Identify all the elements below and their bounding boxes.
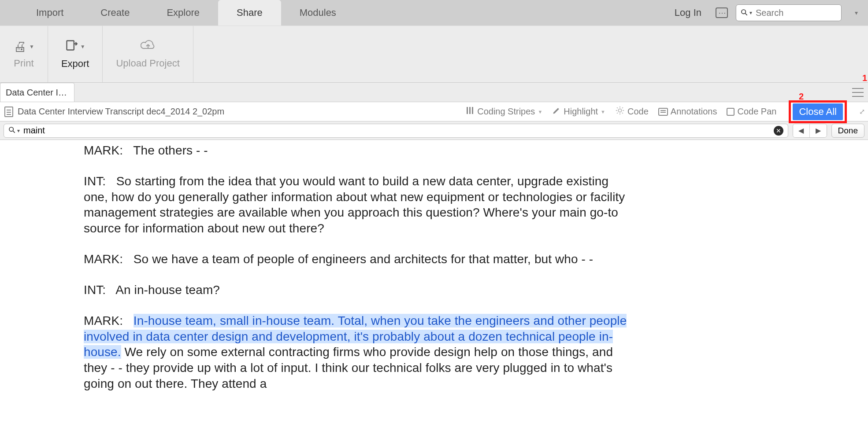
transcript-text: The others - -: [133, 143, 208, 157]
find-bar: ▾ ✕ ◀ ▶ Done: [0, 121, 868, 140]
code-button[interactable]: Code: [615, 106, 649, 118]
search-options-chevron-icon[interactable]: ▾: [749, 10, 752, 16]
dropdown-chevron-icon: ▼: [538, 109, 542, 114]
dropdown-chevron-icon: ▼: [29, 44, 34, 50]
find-next-button[interactable]: ▶: [810, 124, 827, 137]
find-input[interactable]: [23, 125, 774, 136]
svg-rect-4: [469, 107, 471, 114]
document-toolbar: Data Center Interview Transcript dec4_20…: [0, 102, 868, 121]
coding-stripes-icon: [466, 106, 475, 117]
highlight-label: Highlight: [564, 107, 598, 117]
tab-modules[interactable]: Modules: [281, 0, 355, 26]
coding-stripes-label: Coding Stripes: [477, 107, 535, 117]
transcript-line: MARK: The others - -: [84, 143, 630, 158]
printer-icon: 🖨: [13, 39, 26, 54]
code-panel-label: Code Pan: [737, 107, 776, 117]
tab-explore[interactable]: Explore: [148, 0, 218, 26]
speaker-label: INT:: [84, 174, 116, 188]
document-icon: [4, 107, 13, 117]
upload-label: Upload Project: [116, 58, 179, 69]
transcript-text: We rely on some external contracting fir…: [84, 345, 613, 390]
panel-menu-icon[interactable]: [852, 88, 864, 97]
find-input-wrapper[interactable]: ▾ ✕: [4, 124, 788, 138]
comments-icon[interactable]: [716, 7, 728, 18]
document-tab[interactable]: Data Center I…: [0, 83, 74, 102]
search-expand-chevron-icon[interactable]: ▾: [849, 4, 863, 21]
cloud-upload-icon: [141, 39, 156, 54]
close-all-highlight: Close All: [789, 100, 847, 123]
find-options-chevron-icon[interactable]: ▾: [17, 128, 20, 134]
annotations-button[interactable]: Annotations: [658, 107, 717, 117]
export-label: Export: [61, 58, 89, 70]
speaker-label: INT:: [84, 283, 115, 297]
annotations-icon: [658, 108, 668, 116]
code-label: Code: [627, 107, 649, 117]
speaker-label: MARK:: [84, 143, 133, 157]
highlight-button[interactable]: Highlight ▼: [552, 106, 605, 117]
search-icon: [741, 8, 748, 18]
svg-line-1: [745, 13, 747, 15]
annotations-label: Annotations: [671, 107, 717, 117]
find-done-button[interactable]: Done: [831, 124, 864, 138]
upload-project-button[interactable]: Upload Project: [103, 26, 193, 82]
transcript-line: INT: So starting from the idea that you …: [84, 173, 630, 236]
coding-stripes-button[interactable]: Coding Stripes ▼: [466, 106, 542, 117]
find-prev-button[interactable]: ◀: [793, 124, 810, 137]
callout-marker-1: 1: [862, 73, 867, 83]
clear-find-icon[interactable]: ✕: [774, 126, 783, 136]
close-all-button[interactable]: Close All: [793, 103, 843, 120]
transcript-text: An in-house team?: [115, 283, 220, 297]
global-search[interactable]: ▾: [736, 4, 842, 21]
transcript-text: So starting from the idea that you would…: [84, 174, 625, 235]
code-panel-toggle[interactable]: Code Pan: [727, 107, 776, 117]
print-button[interactable]: 🖨▼ Print: [0, 26, 48, 82]
speaker-label: MARK:: [84, 314, 134, 327]
svg-line-8: [13, 131, 15, 133]
transcript-line: MARK: So we have a team of people of eng…: [84, 251, 630, 267]
checkbox-icon[interactable]: [727, 108, 734, 116]
dropdown-chevron-icon: ▼: [601, 109, 605, 114]
highlight-icon: [552, 106, 561, 117]
code-icon: [615, 106, 625, 118]
transcript-text: So we have a team of people of engineers…: [134, 252, 593, 266]
transcript-line: INT: An in-house team?: [84, 282, 630, 298]
tab-create[interactable]: Create: [82, 0, 148, 26]
svg-rect-3: [467, 107, 468, 114]
search-icon: [8, 125, 15, 136]
svg-point-6: [618, 109, 621, 112]
login-button[interactable]: Log In: [668, 7, 708, 18]
dropdown-chevron-icon: ▼: [80, 44, 85, 50]
speaker-label: MARK:: [84, 252, 134, 266]
export-button[interactable]: ▼ Export: [48, 26, 103, 82]
document-content: MARK: The others - - INT: So starting fr…: [0, 140, 868, 434]
transcript-line: MARK: In-house team, small in-house team…: [84, 313, 630, 392]
global-search-input[interactable]: [756, 8, 837, 18]
svg-point-7: [9, 127, 13, 131]
share-ribbon: 🖨▼ Print ▼ Export Upload Project: [0, 26, 868, 83]
tab-import[interactable]: Import: [18, 0, 82, 26]
export-icon: [65, 39, 78, 55]
tab-share[interactable]: Share: [218, 0, 281, 26]
expand-panel-icon[interactable]: ⤢: [859, 107, 864, 116]
svg-rect-5: [472, 107, 473, 114]
find-nav: ◀ ▶: [793, 124, 827, 138]
svg-rect-2: [67, 40, 74, 50]
document-tab-strip: Data Center I… 1: [0, 83, 868, 102]
document-title: Data Center Interview Transcript dec4_20…: [18, 107, 224, 117]
print-label: Print: [14, 58, 33, 69]
main-tabbar: Import Create Explore Share Modules Log …: [0, 0, 868, 26]
svg-point-0: [742, 10, 746, 14]
